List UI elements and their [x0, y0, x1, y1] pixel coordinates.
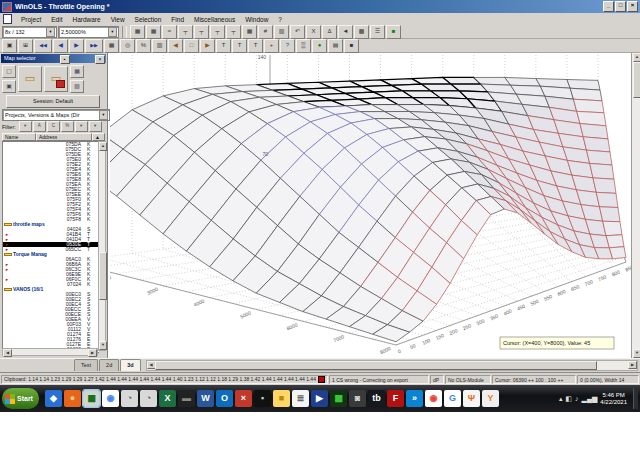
view-tab[interactable]: Text	[74, 359, 98, 371]
view-tab[interactable]: 3d	[120, 359, 140, 371]
maximize-button[interactable]: □	[615, 1, 626, 12]
toolbar-button[interactable]: ?	[280, 39, 295, 53]
scroll-right-icon[interactable]: ▶	[628, 361, 637, 369]
scrollbar-thumb[interactable]	[633, 62, 640, 98]
taskbar-app-icon[interactable]: ▬	[178, 390, 195, 407]
map-window-button[interactable]: ▦	[70, 65, 84, 78]
toolbar-button[interactable]: X	[306, 25, 321, 39]
toolbar-button[interactable]: ┬	[178, 25, 193, 39]
taskbar-app-icon[interactable]: »	[406, 390, 423, 407]
taskbar-app-icon[interactable]: ◉	[425, 390, 442, 407]
toolbar-button[interactable]: ■	[344, 39, 359, 53]
close-button[interactable]: ×	[627, 1, 638, 12]
chevron-down-icon[interactable]: ▾	[99, 110, 108, 120]
close-map-button[interactable]: ▧	[70, 80, 84, 93]
filter-button[interactable]: ▾	[75, 121, 88, 132]
taskbar-app-icon[interactable]: X	[159, 390, 176, 407]
menu-item[interactable]: Miscellaneous	[189, 15, 240, 24]
menu-item[interactable]: View	[106, 15, 130, 24]
scrollbar-thumb[interactable]	[99, 252, 107, 300]
taskbar-app-icon[interactable]: ■	[273, 390, 290, 407]
toolbar-button[interactable]: ▦	[130, 25, 145, 39]
taskbar-app-icon[interactable]: O	[216, 390, 233, 407]
taskbar-app-icon[interactable]: ◔	[121, 390, 138, 407]
toolbar-button[interactable]: ▥	[152, 39, 167, 53]
surface-plot[interactable]: 0501001502002503003504004505005506006507…	[110, 53, 631, 358]
taskbar-app-icon[interactable]: F	[387, 390, 404, 407]
toolbar-button[interactable]: T	[216, 39, 231, 53]
toolbar-button[interactable]: #	[258, 25, 273, 39]
filter-button[interactable]: A	[33, 121, 46, 132]
scroll-right-icon[interactable]: ▶	[88, 349, 97, 357]
toolbar-button[interactable]: +	[264, 39, 279, 53]
menu-item[interactable]: Edit	[46, 15, 67, 24]
toolbar-button[interactable]: ▒	[296, 39, 311, 53]
scroll-down-icon[interactable]: ▼	[99, 341, 107, 350]
toolbar-button[interactable]: Δ	[322, 25, 337, 39]
toolbar-button[interactable]: ▤	[328, 39, 343, 53]
menu-item[interactable]: Hardware	[67, 15, 105, 24]
filter-button[interactable]: ▾	[19, 121, 32, 132]
toolbar-button[interactable]: ▦	[146, 25, 161, 39]
title-bar[interactable]: WinOLS - Throttle Opening * _ □ ×	[0, 0, 640, 13]
chevron-down-icon[interactable]: ▾	[46, 27, 55, 37]
column-name[interactable]: Name	[2, 133, 36, 141]
toolbar-button[interactable]: ●	[312, 39, 327, 53]
toolbar-button[interactable]: ◀◀	[34, 39, 52, 53]
session-button[interactable]: Session: Default	[6, 95, 100, 108]
toolbar-button[interactable]: ≈	[162, 25, 177, 39]
mdi-child-icon[interactable]	[3, 14, 12, 24]
save-button[interactable]: ▣	[2, 80, 16, 93]
menu-item[interactable]: Project	[16, 15, 46, 24]
toolbar-button[interactable]: ▣	[2, 39, 17, 53]
filter-button[interactable]: ▾	[89, 121, 102, 132]
view-mode-combo[interactable]: 8x / 132▾	[2, 26, 57, 38]
scroll-up-icon[interactable]: ▲	[633, 53, 640, 62]
toolbar-button[interactable]: T	[232, 39, 247, 53]
taskbar-app-icon[interactable]: ×	[235, 390, 252, 407]
toolbar-button[interactable]: ┬	[210, 25, 225, 39]
taskbar-app-icon[interactable]: G	[444, 390, 461, 407]
toolbar-button[interactable]: ▩	[354, 25, 369, 39]
taskbar-app-icon[interactable]: ≣	[292, 390, 309, 407]
scrollbar-thumb[interactable]	[155, 361, 597, 370]
toolbar-button[interactable]: ↶	[290, 25, 305, 39]
menu-item[interactable]: ?	[273, 15, 287, 24]
tray-icon[interactable]: ▂▄▆	[582, 395, 598, 403]
toolbar-button[interactable]: ┬	[226, 25, 241, 39]
panel-horizontal-scrollbar[interactable]: ◀ ▶	[2, 348, 98, 356]
taskbar-app-icon[interactable]: ▶	[311, 390, 328, 407]
chart-horizontal-scrollbar[interactable]: ◀ ▶	[146, 360, 638, 371]
tree-mode-combo[interactable]: Projects, Versions & Maps (Dir▾	[2, 109, 110, 121]
toolbar-button[interactable]: ◀	[168, 39, 183, 53]
toolbar-button[interactable]: ◀	[53, 39, 68, 53]
taskbar-app-icon[interactable]: Ψ	[463, 390, 480, 407]
chevron-down-icon[interactable]: ▾	[108, 27, 117, 37]
taskbar-app-icon[interactable]: ▦	[83, 390, 100, 407]
taskbar-app-icon[interactable]: ▩	[330, 390, 347, 407]
chart-vertical-scrollbar[interactable]: ▲ ▼	[631, 53, 640, 358]
toolbar-button[interactable]: T	[248, 39, 263, 53]
toolbar-button[interactable]: □	[184, 39, 199, 53]
scroll-down-icon[interactable]: ▼	[633, 349, 640, 358]
scroll-up-icon[interactable]: ▲	[99, 142, 107, 151]
panel-vertical-scrollbar[interactable]: ▲ ▼	[98, 141, 106, 351]
toolbar-button[interactable]: ◄	[338, 25, 353, 39]
import-map-button[interactable]: ▭	[44, 66, 68, 92]
taskbar-app-icon[interactable]: tb	[368, 390, 385, 407]
toolbar-button[interactable]: ┬	[194, 25, 209, 39]
open-project-button[interactable]: ▭	[18, 66, 42, 92]
taskbar-app-icon[interactable]: ◔	[140, 390, 157, 407]
taskbar-app-icon[interactable]: ●	[64, 390, 81, 407]
toolbar-button[interactable]: ▶▶	[85, 39, 103, 53]
toolbar-button[interactable]: ▥	[274, 25, 289, 39]
taskbar-app-icon[interactable]: ◉	[102, 390, 119, 407]
pin-icon[interactable]: ▪	[60, 55, 70, 64]
toolbar-button[interactable]: ▦	[242, 25, 257, 39]
toolbar-button[interactable]: ▶	[69, 39, 84, 53]
filter-button[interactable]: C	[47, 121, 60, 132]
view-tab[interactable]: 2d	[99, 359, 119, 371]
toolbar-button[interactable]: ■	[386, 25, 401, 39]
taskbar-app-icon[interactable]: Y	[482, 390, 499, 407]
menu-item[interactable]: Find	[166, 15, 189, 24]
